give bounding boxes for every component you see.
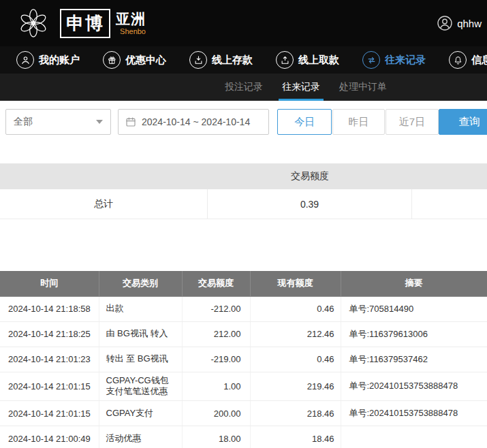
cell-amount: 212.00 xyxy=(182,321,250,347)
date-range-value: 2024-10-14 ~ 2024-10-14 xyxy=(142,116,250,127)
cell-time: 2024-10-14 21:00:49 xyxy=(0,426,99,448)
summary-header-empty xyxy=(0,163,208,189)
tab-transaction-records[interactable]: 往来记录 xyxy=(282,74,320,101)
summary-header-row: 交易额度 xyxy=(0,163,487,189)
record-tabs: 投注记录 往来记录 处理中订单 xyxy=(0,74,487,101)
cell-type: CGPAY支付 xyxy=(99,401,182,426)
summary-table: 交易额度 总计 0.39 xyxy=(0,163,487,219)
summary-total-row: 总计 0.39 xyxy=(0,189,487,219)
type-select[interactable]: 全部 xyxy=(5,109,111,135)
summary-total-value: 0.39 xyxy=(208,189,412,219)
user-menu[interactable]: qhhw xyxy=(437,15,483,31)
cell-summary xyxy=(341,426,487,448)
deposit-icon xyxy=(189,51,207,69)
cell-balance: 219.46 xyxy=(250,372,341,401)
cell-time: 2024-10-14 21:01:15 xyxy=(0,372,99,401)
cell-balance: 218.46 xyxy=(250,401,341,426)
summary-total-label: 总计 xyxy=(0,189,208,219)
nav-label: 线上存款 xyxy=(212,54,253,67)
type-select-value: 全部 xyxy=(14,116,33,128)
date-range-input[interactable]: 2024-10-14 ~ 2024-10-14 xyxy=(118,109,269,135)
nav-item-online-withdraw[interactable]: 线上取款 xyxy=(276,51,339,69)
yesterday-button[interactable]: 昨日 xyxy=(332,109,385,135)
table-row: 2024-10-14 21:01:15 CGPAY支付 200.00 218.4… xyxy=(0,401,487,426)
cell-type: 由 BG视讯 转入 xyxy=(99,321,182,347)
brand-region-block: 亚洲 Shenbo xyxy=(116,11,146,35)
top-header: 申博 亚洲 Shenbo qhhw xyxy=(0,0,487,46)
cell-summary: 单号:116379537462 xyxy=(341,347,487,372)
cell-balance: 0.46 xyxy=(250,347,341,372)
col-header-type: 交易类别 xyxy=(99,271,182,296)
cell-summary: 单号:202410153753888478 xyxy=(341,372,487,401)
username-text: qhhw xyxy=(457,18,482,29)
nav-item-transaction-records[interactable]: 往来记录 xyxy=(362,51,426,69)
table-row: 2024-10-14 21:01:15 CGPAY-CG钱包支付笔笔送优惠 1.… xyxy=(0,372,487,401)
records-transfer-icon xyxy=(362,51,380,69)
nav-item-promo-center[interactable]: 优惠中心 xyxy=(103,51,166,69)
page: 申博 亚洲 Shenbo qhhw 我的账户 xyxy=(0,0,487,448)
cell-time: 2024-10-14 21:18:58 xyxy=(0,296,99,321)
cell-type: 转出 至 BG视讯 xyxy=(99,347,182,372)
transactions-table: 时间 交易类别 交易额度 现有额度 摘要 2024-10-14 21:18:58… xyxy=(0,271,487,448)
filter-bar: 全部 2024-10-14 ~ 2024-10-14 今日 昨日 近7日 查询 xyxy=(0,101,487,143)
cell-summary: 单号:202410153753888478 xyxy=(341,401,487,426)
cell-balance: 212.46 xyxy=(250,321,341,347)
nav-item-online-deposit[interactable]: 线上存款 xyxy=(189,51,253,69)
cell-time: 2024-10-14 21:01:23 xyxy=(0,347,99,372)
bell-icon xyxy=(449,51,467,69)
brand-region: 亚洲 xyxy=(116,11,146,27)
user-avatar-icon xyxy=(437,15,453,31)
cell-balance: 18.46 xyxy=(250,426,341,448)
nav-label: 信息 xyxy=(471,54,487,67)
search-button[interactable]: 查询 xyxy=(439,109,487,135)
cell-amount: 1.00 xyxy=(182,372,250,401)
summary-header-empty xyxy=(412,163,487,189)
nav-label: 我的账户 xyxy=(39,54,80,67)
col-header-summary: 摘要 xyxy=(341,271,487,296)
transactions-header: 时间 交易类别 交易额度 现有额度 摘要 xyxy=(0,271,487,296)
tab-bet-records[interactable]: 投注记录 xyxy=(225,74,263,101)
table-row: 2024-10-14 21:18:25 由 BG视讯 转入 212.00 212… xyxy=(0,321,487,347)
col-header-time: 时间 xyxy=(0,271,99,296)
table-row: 2024-10-14 21:00:49 活动优惠 18.00 18.46 xyxy=(0,426,487,448)
gift-icon xyxy=(103,51,121,69)
brand-logo: 申博 xyxy=(60,9,110,38)
col-header-balance: 现有额度 xyxy=(250,271,341,296)
table-row: 2024-10-14 21:01:23 转出 至 BG视讯 -219.00 0.… xyxy=(0,347,487,372)
summary-empty-cell xyxy=(412,189,487,219)
main-nav: 我的账户 优惠中心 线上存款 xyxy=(0,46,487,74)
cell-amount: 200.00 xyxy=(182,401,250,426)
nav-item-messages[interactable]: 信息 xyxy=(449,51,487,69)
last7days-button[interactable]: 近7日 xyxy=(386,109,438,135)
calendar-icon xyxy=(125,116,136,127)
account-icon xyxy=(16,51,34,69)
nav-label: 线上取款 xyxy=(298,54,339,67)
cell-time: 2024-10-14 21:01:15 xyxy=(0,401,99,426)
cell-time: 2024-10-14 21:18:25 xyxy=(0,321,99,347)
cell-type: CGPAY-CG钱包支付笔笔送优惠 xyxy=(99,372,182,401)
today-button[interactable]: 今日 xyxy=(277,109,331,135)
transactions-body: 2024-10-14 21:18:58 出款 -212.00 0.46 单号:7… xyxy=(0,296,487,448)
summary-header-amount: 交易额度 xyxy=(208,163,412,189)
withdraw-icon xyxy=(276,51,294,69)
chevron-down-icon xyxy=(96,120,103,124)
cell-summary: 单号:705814490 xyxy=(341,296,487,321)
nav-item-my-account[interactable]: 我的账户 xyxy=(16,51,80,69)
brand-subtitle: Shenbo xyxy=(120,27,146,35)
table-row: 2024-10-14 21:18:58 出款 -212.00 0.46 单号:7… xyxy=(0,296,487,321)
flower-logo-icon xyxy=(18,7,49,39)
cell-amount: 18.00 xyxy=(182,426,250,448)
nav-label: 往来记录 xyxy=(385,54,426,67)
col-header-amount: 交易额度 xyxy=(182,271,250,296)
cell-summary: 单号:116379613006 xyxy=(341,321,487,347)
brand-name: 申博 xyxy=(66,13,104,33)
cell-type: 出款 xyxy=(99,296,182,321)
cell-amount: -212.00 xyxy=(182,296,250,321)
cell-type: 活动优惠 xyxy=(99,426,182,448)
tab-processing-orders[interactable]: 处理中订单 xyxy=(339,74,387,101)
cell-balance: 0.46 xyxy=(250,296,341,321)
cell-amount: -219.00 xyxy=(182,347,250,372)
nav-label: 优惠中心 xyxy=(125,54,166,67)
